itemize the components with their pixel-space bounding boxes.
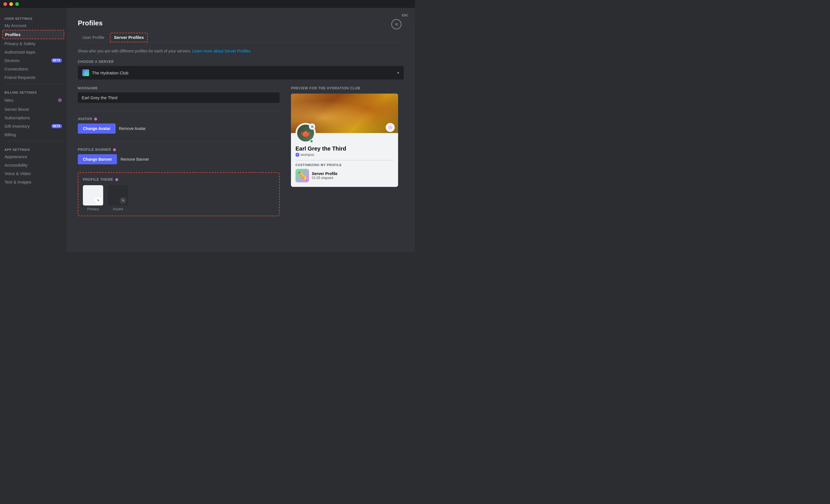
esc-label: ESC [402,13,408,17]
change-avatar-button[interactable]: Change Avatar [78,123,116,134]
titlebar [0,0,415,8]
sidebar-item-voice-video[interactable]: Voice & Video [2,169,64,178]
user-settings-section-label: User Settings [2,12,64,22]
profile-theme-section: Profile Theme ⊛ ✎ Primary ✎ [78,172,280,216]
sidebar-item-subscriptions[interactable]: Subscriptions [2,114,64,122]
remove-banner-button[interactable]: Remove Banner [120,157,149,161]
gift-inventory-beta-badge: BETA [51,124,62,128]
preview-username: ✦ wumpus [295,153,393,157]
server-profile-icon: ✏️ [295,169,309,182]
two-col-layout: Nickname Avatar ⊛ Change Avatar Remove A… [78,86,404,216]
avatar-section: Avatar ⊛ Change Avatar Remove Avatar [78,117,280,134]
accent-swatch[interactable]: ✎ Accent [108,185,128,211]
tabs: User Profile Server Profiles [78,33,404,42]
left-column: Nickname Avatar ⊛ Change Avatar Remove A… [78,86,280,216]
server-select-icon: 💧 [82,69,89,76]
profile-theme-nitro-icon: ⊛ [115,177,119,182]
accent-edit-icon: ✎ [120,197,126,204]
accent-swatch-label: Accent [113,207,123,211]
server-select[interactable]: 💧 The Hydration Club ▾ [78,66,404,80]
sidebar-item-text-images[interactable]: Text & Images [2,178,64,186]
right-column: Preview for the Hydration Club 🫖 ⊞ ⊛ [291,86,404,216]
page-title: Profiles [78,19,404,27]
profile-theme-label: Profile Theme ⊛ [83,177,275,182]
nickname-section: Nickname [78,86,280,103]
server-profile-name: Server Profile [312,171,338,176]
sidebar: User Settings My Account Profiles Privac… [0,8,67,252]
sidebar-item-nitro[interactable]: Nitro ⊛ [2,95,64,105]
nickname-label: Nickname [78,86,280,90]
banner-btn-group: Change Banner Remove Banner [78,154,280,164]
tab-user-profile[interactable]: User Profile [78,33,109,42]
server-profile-text: Server Profile 01:05 elapsed [312,171,338,180]
nitro-icon: ⊛ [58,97,62,103]
preview-name: Earl Grey the Third [295,146,393,152]
sidebar-item-server-boost[interactable]: Server Boost [2,105,64,113]
app-container: User Settings My Account Profiles Privac… [0,8,415,252]
sidebar-item-devices[interactable]: Devices BETA [2,56,64,65]
learn-more-link[interactable]: Learn more about Server Profiles [192,49,250,53]
sidebar-item-friend-requests[interactable]: Friend Requests [2,73,64,82]
choose-server-label: Choose a Server [78,60,404,64]
sidebar-item-gift-inventory[interactable]: Gift Inventory BETA [2,122,64,130]
sidebar-item-appearance[interactable]: Appearance [2,153,64,161]
preview-card: 🫖 ⊞ ⊛ Earl Grey the Third ✦ wumpus [291,94,398,187]
discord-icon: ✦ [295,153,299,157]
billing-settings-section-label: Billing Settings [2,86,64,95]
server-select-name: The Hydration Club [92,70,128,75]
chevron-down-icon: ▾ [397,70,399,75]
remove-avatar-button[interactable]: Remove Avatar [119,126,146,131]
close-button[interactable]: ✕ [391,19,402,29]
form-divider-2 [78,141,280,142]
primary-swatch[interactable]: ✎ Primary [83,185,103,211]
sidebar-item-accessibility[interactable]: Accessibility [2,161,64,169]
add-photo-icon: ⊞ [309,123,315,130]
sidebar-item-privacy-safety[interactable]: Privacy & Safety [2,39,64,48]
customizing-label: Customizing My Profile [295,163,393,166]
sidebar-item-billing[interactable]: Billing [2,130,64,139]
sidebar-item-connections[interactable]: Connections [2,65,64,73]
nitro-icon-badge: ⊛ [386,123,395,132]
profile-banner-section: Profile Banner ⊛ Change Banner Remove Ba… [78,148,280,164]
close-button-wrapper: ✕ ESC [402,13,408,17]
avatar-btn-group: Change Avatar Remove Avatar [78,123,280,134]
avatar-nitro-icon: ⊛ [94,117,98,121]
main-content: ✕ ESC Profiles User Profile Server Profi… [67,8,415,252]
sidebar-item-authorized-apps[interactable]: Authorized Apps [2,48,64,56]
nickname-input[interactable] [78,92,280,103]
primary-swatch-label: Primary [87,207,99,211]
tab-server-profiles[interactable]: Server Profiles [110,33,148,42]
maximize-window-button[interactable] [15,2,19,6]
change-banner-button[interactable]: Change Banner [78,154,117,164]
close-window-button[interactable] [3,2,7,6]
profile-banner-label: Profile Banner ⊛ [78,148,280,152]
accent-swatch-box[interactable]: ✎ [108,185,128,206]
sidebar-divider-2 [4,141,62,141]
preview-divider [295,160,393,160]
theme-swatches: ✎ Primary ✎ Accent [83,185,275,211]
sidebar-item-profiles[interactable]: Profiles [2,30,64,39]
sidebar-item-my-account[interactable]: My Account [2,22,64,30]
primary-edit-icon: ✎ [95,197,101,204]
devices-beta-badge: BETA [51,58,62,63]
server-profile-item: ✏️ Server Profile 01:05 elapsed [295,169,393,182]
server-profile-time: 01:05 elapsed [312,176,338,180]
avatar-label: Avatar ⊛ [78,117,280,121]
profile-banner-nitro-icon: ⊛ [113,148,117,152]
sidebar-divider-1 [4,84,62,84]
add-photo-button[interactable]: ⊞ [295,123,316,143]
preview-label: Preview for the Hydration Club [291,86,404,90]
app-settings-section-label: App Settings [2,144,64,153]
minimize-window-button[interactable] [9,2,13,6]
primary-swatch-box[interactable]: ✎ [83,185,103,206]
description: Show who you are with different profiles… [78,48,404,54]
form-divider-1 [78,111,280,111]
